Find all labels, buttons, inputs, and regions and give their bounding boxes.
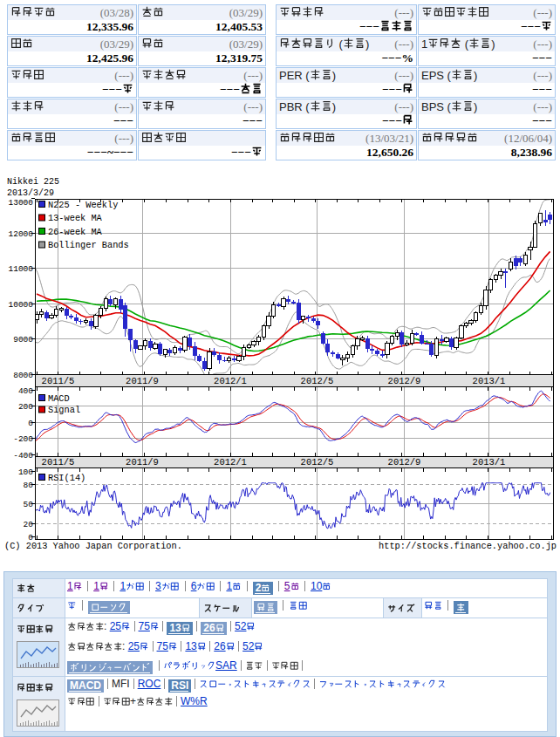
svg-text:Nikkei 225: Nikkei 225 <box>7 177 59 187</box>
svg-text:2011/5: 2011/5 <box>42 376 75 386</box>
svg-text:11000: 11000 <box>8 264 33 274</box>
svg-text:2013/1: 2013/1 <box>473 376 506 386</box>
svg-text:2011/9: 2011/9 <box>126 457 159 467</box>
svg-text:8000: 8000 <box>13 371 33 380</box>
svg-text:N225 - Weekly: N225 - Weekly <box>48 200 118 210</box>
svg-text:2012/5: 2012/5 <box>301 376 334 386</box>
svg-text:9000: 9000 <box>13 335 33 345</box>
svg-text:200: 200 <box>18 402 33 412</box>
svg-text:2011/9: 2011/9 <box>126 376 159 386</box>
svg-text:RSI(14): RSI(14) <box>48 473 85 483</box>
svg-text:0: 0 <box>28 419 33 428</box>
svg-text:Signal: Signal <box>48 405 80 415</box>
svg-text:(C) 2013 Yahoo Japan Corporati: (C) 2013 Yahoo Japan Corporation. <box>4 541 182 551</box>
svg-text:2012/5: 2012/5 <box>301 457 334 467</box>
svg-text:13-week MA: 13-week MA <box>48 213 103 223</box>
svg-text:12000: 12000 <box>8 229 33 239</box>
svg-text:50: 50 <box>24 500 34 509</box>
svg-text:26-week MA: 26-week MA <box>48 227 103 237</box>
svg-text:2012/9: 2012/9 <box>388 376 421 386</box>
svg-text:400: 400 <box>18 386 33 396</box>
svg-text:http://stocks.finance.yahoo.co: http://stocks.finance.yahoo.co.jp <box>379 541 557 551</box>
svg-text:-400: -400 <box>13 451 33 461</box>
svg-text:Bollinger Bands: Bollinger Bands <box>48 240 129 250</box>
svg-text:20: 20 <box>24 520 34 529</box>
svg-text:-200: -200 <box>13 434 33 444</box>
svg-text:2012/1: 2012/1 <box>214 457 247 467</box>
svg-text:80: 80 <box>24 481 34 490</box>
svg-text:2013/3/29: 2013/3/29 <box>7 188 54 198</box>
svg-text:MACD: MACD <box>48 393 70 404</box>
svg-text:2012/1: 2012/1 <box>214 376 247 386</box>
svg-text:13000: 13000 <box>8 198 33 208</box>
svg-text:10000: 10000 <box>8 300 33 310</box>
svg-text:100: 100 <box>18 467 33 477</box>
svg-text:2011/5: 2011/5 <box>42 457 75 467</box>
svg-text:2013/1: 2013/1 <box>473 457 506 467</box>
svg-text:2012/9: 2012/9 <box>388 457 421 467</box>
